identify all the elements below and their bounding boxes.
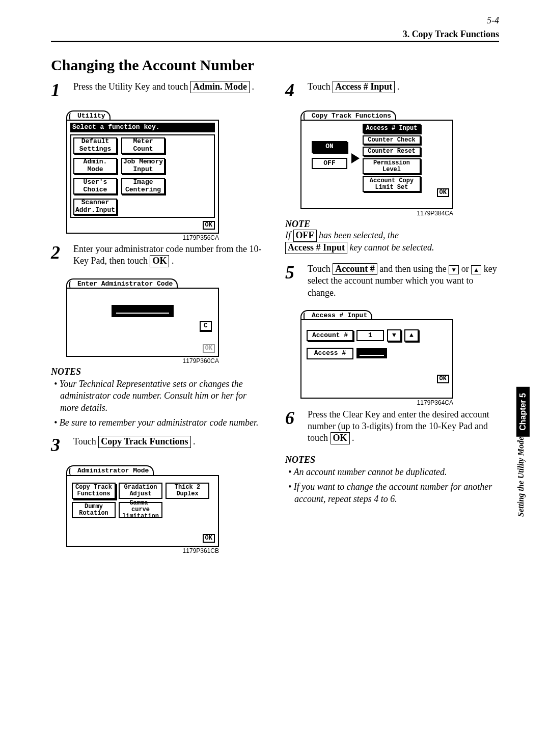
step-text: Touch xyxy=(73,436,98,446)
step-3: 3 Touch Copy Track Functions . xyxy=(51,436,265,454)
notes-list: An account number cannot be duplicated. … xyxy=(288,466,499,505)
opt-counter-check[interactable]: Counter Check xyxy=(363,135,421,145)
step-5: 5 Touch Account # and then using the ▼ o… xyxy=(285,263,499,299)
up-arrow-icon: ▲ xyxy=(471,265,481,274)
step-4: 4 Touch Access # Input . xyxy=(285,81,499,99)
note-item: Be sure to remember your administrator c… xyxy=(54,417,265,429)
account-button[interactable]: Account # xyxy=(307,330,353,341)
opt-permission-level[interactable]: Permission Level xyxy=(363,158,421,174)
page-number: 5-4 xyxy=(51,15,499,26)
figure-caption: 1179P364CA xyxy=(300,400,453,406)
up-button[interactable]: ▲ xyxy=(404,329,419,342)
note-text: If xyxy=(285,230,293,240)
step-text: or xyxy=(461,264,472,274)
step-text: . xyxy=(252,81,254,92)
chapter-desc: Setting the Utility Mode xyxy=(516,437,526,524)
step-text: . xyxy=(352,433,354,443)
ok-button[interactable]: OK xyxy=(437,375,449,383)
chapter-tab: Chapter 5 Setting the Utility Mode xyxy=(516,387,531,550)
step-2: 2 Enter your administrator code number f… xyxy=(51,243,265,267)
step-text: and then using the xyxy=(379,264,449,274)
opt-access-input[interactable]: Access # Input xyxy=(363,124,421,133)
account-value: 1 xyxy=(356,330,384,341)
opt-counter-reset[interactable]: Counter Reset xyxy=(363,147,421,156)
step-number: 3 xyxy=(51,436,65,454)
note-item: An account number cannot be duplicated. xyxy=(288,466,499,478)
chapter-label: Chapter 5 xyxy=(516,387,530,437)
fn-image-centering[interactable]: Image Centering xyxy=(121,178,165,194)
step-text: . xyxy=(172,256,174,266)
access-input[interactable] xyxy=(356,348,387,358)
utility-screen: Utility Select a function key. Default S… xyxy=(66,109,219,241)
screen-title: Enter Administrator Code xyxy=(71,280,173,288)
figure-caption: 1179P360CA xyxy=(66,358,219,365)
screen-title: Copy Track Functions xyxy=(306,112,391,120)
fn-copy-track-functions[interactable]: Copy Track Functions xyxy=(72,483,116,499)
note-heading: NOTE xyxy=(285,219,499,230)
access-input-key: Access # Input xyxy=(333,81,395,93)
code-input[interactable] xyxy=(112,305,174,317)
admin-mode-screen: Administrator Mode Copy Track Functions … xyxy=(66,464,219,554)
step-number: 1 xyxy=(51,81,65,99)
ok-button[interactable]: OK xyxy=(203,534,215,543)
fn-thick2-duplex[interactable]: Thick 2 Duplex xyxy=(166,483,209,499)
fn-gradation-adjust[interactable]: Gradation Adjust xyxy=(119,483,162,499)
ok-key: OK xyxy=(150,255,169,267)
fn-default-settings[interactable]: Default Settings xyxy=(73,137,117,154)
off-key: OFF xyxy=(293,230,317,242)
page-title: Changing the Account Number xyxy=(51,57,499,74)
toggle-on[interactable]: ON xyxy=(312,141,347,152)
figure-caption: 1179P361CB xyxy=(66,548,219,554)
fn-dummy-rotation[interactable]: Dummy Rotation xyxy=(72,502,116,518)
fn-users-choice[interactable]: User's Choice xyxy=(73,178,117,194)
ok-button[interactable]: OK xyxy=(203,221,215,230)
arrow-icon xyxy=(351,153,360,163)
access-input-key: Access # Input xyxy=(285,242,347,254)
notes-heading: NOTES xyxy=(285,455,499,465)
ok-button[interactable]: OK xyxy=(437,188,449,197)
clear-button[interactable]: C xyxy=(200,321,212,330)
screen-title: Utility xyxy=(71,112,105,120)
copy-track-functions-screen: Copy Track Functions ON OFF Access # Inp… xyxy=(300,109,453,217)
step-1: 1 Press the Utility Key and touch Admin.… xyxy=(51,81,265,99)
screen-title: Administrator Mode xyxy=(71,467,149,474)
note-text: has been selected, the xyxy=(319,230,399,240)
toggle-off[interactable]: OFF xyxy=(312,158,347,169)
admin-mode-key: Admin. Mode xyxy=(190,81,250,93)
fn-meter-count[interactable]: Meter Count xyxy=(121,137,165,154)
section-breadcrumb: 3. Copy Track Functions xyxy=(51,29,499,40)
figure-caption: 1179P356CA xyxy=(66,235,219,241)
step-text: Press the Utility Key and touch xyxy=(73,81,190,92)
note-item: If you want to change the account number… xyxy=(288,481,499,505)
step-number: 5 xyxy=(285,263,299,299)
step-number: 2 xyxy=(51,243,65,267)
step-text: Touch xyxy=(308,264,333,274)
step-number: 6 xyxy=(285,409,299,444)
down-arrow-icon: ▼ xyxy=(449,265,459,274)
account-key: Account # xyxy=(333,263,377,275)
screen-title: Access # Input xyxy=(306,312,367,319)
step-text: Touch xyxy=(308,81,333,92)
ok-button[interactable]: OK xyxy=(203,344,215,353)
access-label: Access # xyxy=(307,348,353,359)
step-6: 6 Press the Clear Key and enter the desi… xyxy=(285,409,499,444)
fn-admin-mode[interactable]: Admin. Mode xyxy=(73,158,117,174)
admin-code-screen: Enter Administrator Code C OK 1179P360CA xyxy=(66,277,219,365)
figure-caption: 1179P384CA xyxy=(300,210,453,217)
notes-list: Your Technical Representative sets or ch… xyxy=(54,378,265,429)
step-number: 4 xyxy=(285,81,299,99)
fn-job-memory-input[interactable]: Job Memory Input xyxy=(121,158,165,174)
copy-track-functions-key: Copy Track Functions xyxy=(98,436,190,448)
fn-scanner-addr-input[interactable]: Scanner Addr.Input xyxy=(73,199,117,215)
notes-heading: NOTES xyxy=(51,367,265,377)
access-input-screen: Access # Input Account # 1 ▼ ▲ Access # … xyxy=(300,309,453,406)
note-text: key cannot be selected. xyxy=(350,242,434,253)
screen-subtitle: Select a function key. xyxy=(70,123,215,132)
note-item: Your Technical Representative sets or ch… xyxy=(54,378,265,414)
header-rule xyxy=(51,41,499,42)
down-button[interactable]: ▼ xyxy=(387,329,401,342)
opt-account-copy-limit-set[interactable]: Account Copy Limit Set xyxy=(363,176,421,192)
fn-gamma-curve-limitation[interactable]: Gamma- curve limitation xyxy=(119,502,162,518)
step-text: . xyxy=(397,81,400,92)
ok-key: OK xyxy=(331,432,350,444)
